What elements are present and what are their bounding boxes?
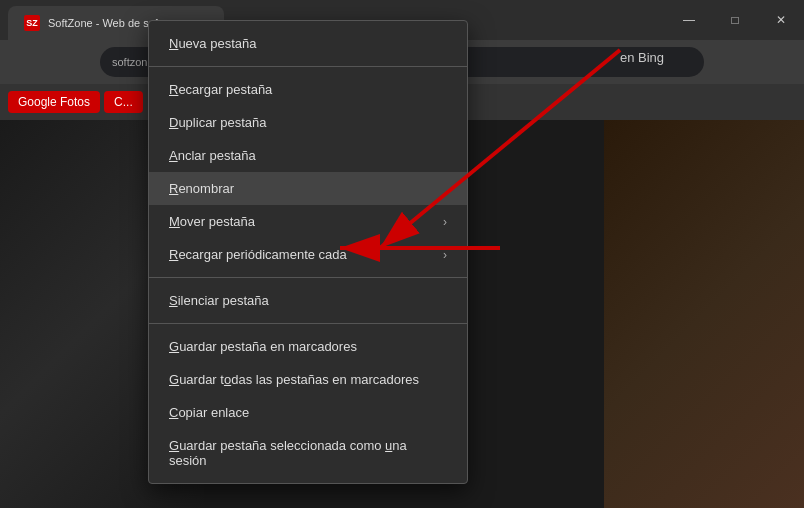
menu-item-silenciar-pestana[interactable]: Silenciar pestaña xyxy=(149,284,467,317)
menu-item-mover-pestana[interactable]: Mover pestaña › xyxy=(149,205,467,238)
menu-separator-2 xyxy=(149,277,467,278)
window-controls: — □ ✕ xyxy=(666,8,804,32)
bing-text: en Bing xyxy=(620,50,664,65)
menu-item-recargar-periodicamente[interactable]: Recargar periódicamente cada › xyxy=(149,238,467,271)
menu-item-duplicar-pestana[interactable]: Duplicar pestaña xyxy=(149,106,467,139)
menu-item-nueva-pestana[interactable]: Nueva pestaña xyxy=(149,27,467,60)
bookmark-google-fotos[interactable]: Google Fotos xyxy=(8,91,100,113)
menu-item-renombrar[interactable]: Renombrar xyxy=(149,172,467,205)
bookmark-c[interactable]: C... xyxy=(104,91,143,113)
menu-item-copiar-enlace[interactable]: Copiar enlace xyxy=(149,396,467,429)
maximize-button[interactable]: □ xyxy=(712,8,758,32)
menu-separator-3 xyxy=(149,323,467,324)
menu-item-guardar-sesion[interactable]: Guardar pestaña seleccionada como una se… xyxy=(149,429,467,477)
minimize-button[interactable]: — xyxy=(666,8,712,32)
close-button[interactable]: ✕ xyxy=(758,8,804,32)
menu-item-recargar-pestana[interactable]: Recargar pestaña xyxy=(149,73,467,106)
menu-item-guardar-marcadores[interactable]: Guardar pestaña en marcadores xyxy=(149,330,467,363)
menu-item-guardar-todas[interactable]: Guardar todas las pestañas en marcadores xyxy=(149,363,467,396)
bg-image-right xyxy=(604,120,804,508)
context-menu: Nueva pestaña Recargar pestaña Duplicar … xyxy=(148,20,468,484)
submenu-arrow-recargar: › xyxy=(443,248,447,262)
menu-item-anclar-pestana[interactable]: Anclar pestaña xyxy=(149,139,467,172)
menu-separator-1 xyxy=(149,66,467,67)
submenu-arrow-mover: › xyxy=(443,215,447,229)
tab-favicon: SZ xyxy=(24,15,40,31)
